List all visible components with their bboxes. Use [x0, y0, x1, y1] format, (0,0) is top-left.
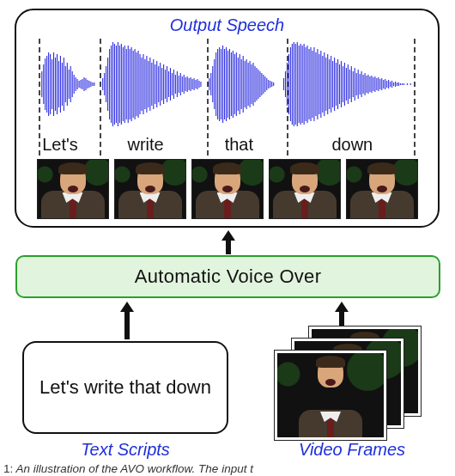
- output-speech-title: Output Speech: [28, 15, 426, 35]
- alignment-divider: [39, 39, 40, 156]
- alignment-divider: [100, 39, 101, 156]
- arrow-up-icon: [118, 300, 136, 339]
- alignment-divider: [414, 39, 416, 156]
- text-script-content: Let's write that down: [39, 375, 211, 400]
- output-speech-panel: Output Speech: [15, 9, 440, 228]
- output-frame-thumbnail: [346, 159, 418, 219]
- waveform-plot: [28, 37, 426, 131]
- output-frame-thumbnail: [191, 159, 264, 219]
- video-frame-thumbnail: [275, 351, 386, 440]
- output-frame-thumbnail: [269, 159, 341, 219]
- avo-module-box: Automatic Voice Over: [15, 255, 440, 298]
- aligned-word: that: [199, 135, 279, 155]
- aligned-frames-row: [28, 159, 426, 219]
- text-scripts-label: Text Scripts: [22, 440, 228, 460]
- arrow-up-icon: [220, 229, 237, 254]
- figure-canvas: Output Speech: [0, 0, 455, 476]
- output-frame-thumbnail: [37, 159, 109, 219]
- video-frames-stack: [275, 326, 438, 438]
- waveform-row: [28, 37, 426, 131]
- text-script-box: Let's write that down: [22, 341, 228, 434]
- alignment-divider: [207, 39, 209, 156]
- figure-caption: 1: An illustration of the AVO workflow. …: [0, 462, 455, 475]
- caption-text: An illustration of the AVO workflow. The…: [16, 462, 253, 475]
- arrow-up-icon: [333, 300, 350, 326]
- output-frame-thumbnail: [114, 159, 186, 219]
- caption-fignum: 1:: [3, 462, 13, 475]
- avo-label: Automatic Voice Over: [135, 265, 322, 288]
- aligned-words-row: Let'swritethatdown: [28, 131, 426, 157]
- alignment-divider: [287, 39, 288, 156]
- video-frames-label: Video Frames: [266, 440, 438, 460]
- aligned-word: down: [279, 135, 426, 155]
- aligned-word: write: [92, 135, 199, 155]
